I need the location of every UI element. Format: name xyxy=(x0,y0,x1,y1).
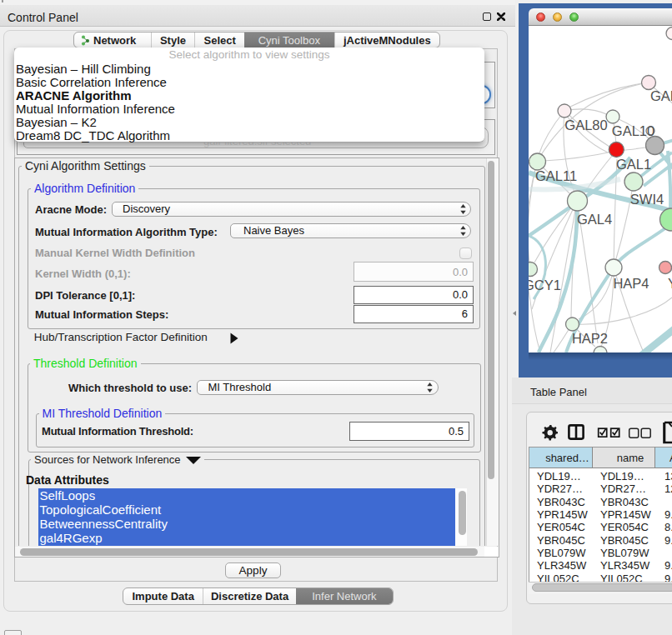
svg-text:HAP4: HAP4 xyxy=(613,276,649,291)
svg-text:GAL80: GAL80 xyxy=(564,118,607,132)
svg-text:GAL11: GAL11 xyxy=(535,168,577,183)
svg-text:GAL4: GAL4 xyxy=(577,212,612,227)
svg-text:GCY1: GCY1 xyxy=(529,278,561,292)
svg-text:GAL1: GAL1 xyxy=(616,157,651,172)
svg-text:GAL7: GAL7 xyxy=(650,88,672,103)
svg-text:GAL10: GAL10 xyxy=(612,123,654,138)
svg-text:SWI4: SWI4 xyxy=(630,192,664,207)
svg-text:HAP2: HAP2 xyxy=(572,331,608,346)
svg-text:YE: YE xyxy=(668,276,672,291)
